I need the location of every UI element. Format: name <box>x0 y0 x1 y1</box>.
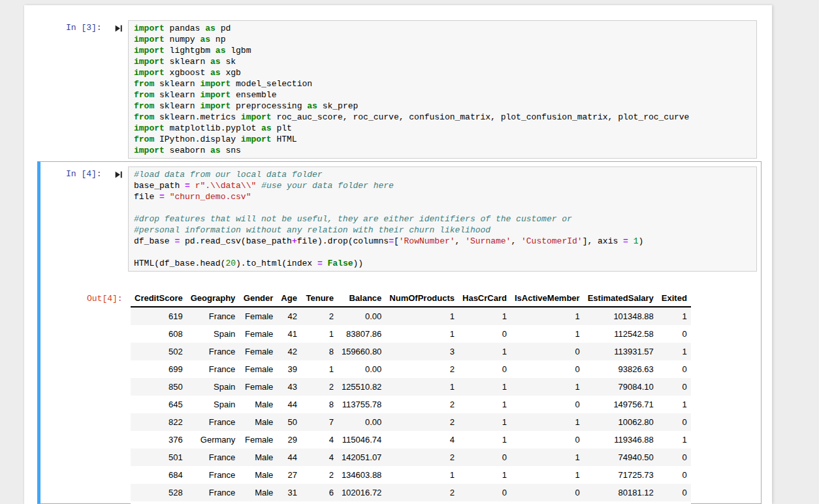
table-cell: Female <box>239 325 277 343</box>
dataframe-header: CreditScoreGeographyGenderAgeTenureBalan… <box>131 291 691 307</box>
run-cell-icon[interactable] <box>114 24 123 33</box>
table-cell: 115046.74 <box>338 431 385 449</box>
table-cell: 0 <box>658 360 691 378</box>
table-cell: Male <box>239 466 277 484</box>
table-cell: 1 <box>658 343 691 360</box>
table-cell: 608 <box>131 325 187 343</box>
table-cell: 1 <box>658 307 691 325</box>
table-row: 501FranceMale444142051.0720174940.500 <box>131 449 691 466</box>
table-cell: 8 <box>301 343 338 360</box>
table-cell: Male <box>239 413 277 431</box>
table-cell: 376 <box>131 431 187 449</box>
table-cell: 1 <box>458 396 511 413</box>
output-prompt-cell-2: Out[4]: <box>87 293 123 304</box>
table-cell: 0.00 <box>338 307 385 325</box>
code-line: import sklearn as sk <box>134 56 751 67</box>
code-line: #load data from our local data folder <box>134 169 751 180</box>
table-cell: France <box>187 449 240 466</box>
code-line: import matplotlib.pyplot as plt <box>134 123 751 134</box>
table-cell: 42 <box>277 343 301 360</box>
table-cell: 44 <box>277 396 301 413</box>
table-cell: 0 <box>658 378 691 396</box>
table-cell: Male <box>239 501 277 504</box>
code-line <box>134 247 751 258</box>
table-cell: 93826.63 <box>584 360 658 378</box>
table-cell: 149756.71 <box>584 396 658 413</box>
table-cell: 79084.10 <box>584 378 658 396</box>
table-cell: France <box>187 360 240 378</box>
table-cell: 1 <box>458 431 511 449</box>
table-cell: 39 <box>277 360 301 378</box>
table-cell: Spain <box>187 325 240 343</box>
table-cell: 0 <box>458 484 511 501</box>
column-header: NumOfProducts <box>385 291 458 307</box>
table-row: 619FranceFemale4220.00111101348.881 <box>131 307 691 325</box>
table-cell: 41 <box>277 325 301 343</box>
code-input-cell-1[interactable]: import pandas as pdimport numpy as npimp… <box>128 20 757 159</box>
table-cell: 0 <box>658 413 691 431</box>
table-row: 850SpainFemale432125510.8211179084.100 <box>131 378 691 396</box>
table-cell: 113931.57 <box>584 343 658 360</box>
code-line: df_base = pd.read_csv(base_path+file).dr… <box>134 236 751 247</box>
code-line: import numpy as np <box>134 34 751 45</box>
table-cell: 0 <box>658 325 691 343</box>
table-cell: 0.00 <box>338 360 385 378</box>
table-header-row: CreditScoreGeographyGenderAgeTenureBalan… <box>131 291 691 307</box>
table-cell: 102016.72 <box>338 484 385 501</box>
code-line: file = "churn_demo.csv" <box>134 191 751 202</box>
table-cell: France <box>187 413 240 431</box>
table-cell: 4 <box>385 431 458 449</box>
table-cell: 1 <box>385 307 458 325</box>
code-line: from IPython.display import HTML <box>134 134 751 145</box>
table-cell: Female <box>239 343 277 360</box>
table-cell: 0 <box>511 343 584 360</box>
table-cell: 0 <box>511 501 584 504</box>
code-line: import seaborn as sns <box>134 145 751 156</box>
table-cell: Germany <box>187 431 240 449</box>
table-cell: 3 <box>385 343 458 360</box>
table-cell: 159660.80 <box>338 343 385 360</box>
table-cell: Female <box>239 431 277 449</box>
table-cell: 850 <box>131 378 187 396</box>
table-cell: 1 <box>458 307 511 325</box>
table-cell: 113755.78 <box>338 396 385 413</box>
table-cell: 501 <box>131 449 187 466</box>
table-cell: 2 <box>385 396 458 413</box>
table-row: 608SpainFemale41183807.86101112542.580 <box>131 325 691 343</box>
code-line: base_path = r".\\data\\" #use your data … <box>134 180 751 191</box>
column-header: IsActiveMember <box>511 291 584 307</box>
table-row: 645SpainMale448113755.78210149756.711 <box>131 396 691 413</box>
table-cell: Male <box>239 449 277 466</box>
table-cell: 1 <box>458 466 511 484</box>
table-cell: 1 <box>658 396 691 413</box>
code-line: from sklearn.metrics import roc_auc_scor… <box>134 112 751 123</box>
table-cell: 80181.12 <box>584 484 658 501</box>
table-cell: 0 <box>658 484 691 501</box>
table-cell: France <box>187 307 240 325</box>
code-line: HTML(df_base.head(20).to_html(index = Fa… <box>134 258 751 269</box>
table-cell: 1 <box>458 343 511 360</box>
table-cell: 74940.50 <box>584 449 658 466</box>
table-cell: 50 <box>277 413 301 431</box>
table-cell: 42 <box>277 307 301 325</box>
code-input-cell-2[interactable]: #load data from our local data folderbas… <box>128 166 757 272</box>
code-line: #drop features that will not be useful, … <box>134 213 751 225</box>
table-cell: 31 <box>277 484 301 501</box>
table-cell: Male <box>239 396 277 413</box>
output-area-cell-2: CreditScoreGeographyGenderAgeTenureBalan… <box>131 291 691 504</box>
code-line: import pandas as pd <box>134 23 751 34</box>
table-cell: 0 <box>511 360 584 378</box>
table-cell: 2 <box>385 484 458 501</box>
table-cell: Spain <box>187 501 240 504</box>
table-cell: Spain <box>187 378 240 396</box>
table-cell: 1 <box>458 413 511 431</box>
table-cell: 1 <box>458 501 511 504</box>
run-cell-icon[interactable] <box>114 170 123 179</box>
column-header: Age <box>277 291 301 307</box>
table-cell: 1 <box>511 413 584 431</box>
table-cell: 0 <box>458 360 511 378</box>
code-line: #personal information without any relati… <box>134 225 751 236</box>
table-cell: 101348.88 <box>584 307 658 325</box>
table-cell: 528 <box>131 484 187 501</box>
table-cell: 119346.88 <box>584 431 658 449</box>
